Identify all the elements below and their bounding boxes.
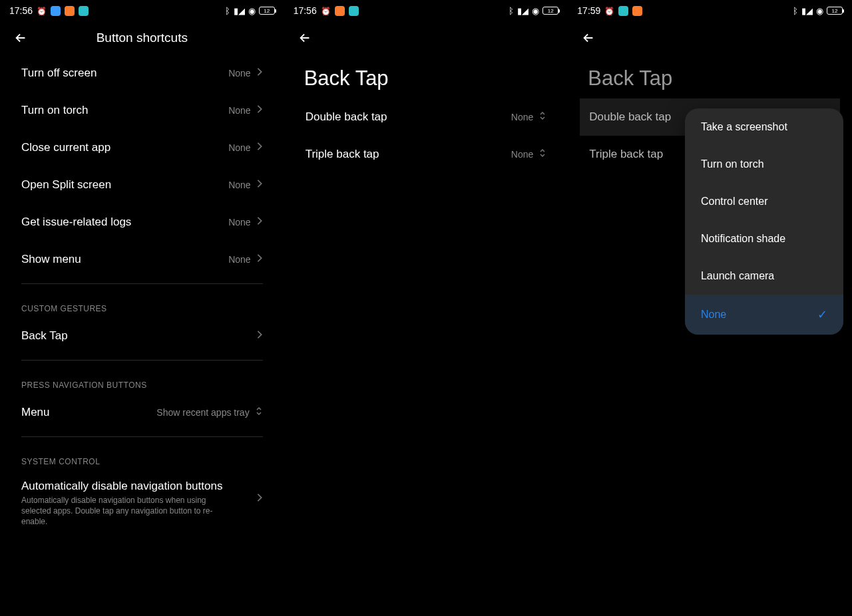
header [284,21,568,55]
status-time: 17:56 [294,5,317,16]
row-value: None [511,112,533,122]
status-left: 17:59 [577,5,642,16]
battery-icon: 12 [827,7,843,15]
screen-back-tap: 17:56 ▮◢ ◉ 12 Back Tap Double back tap N… [284,0,568,616]
alarm-icon [37,6,47,16]
app-icon-2 [349,6,359,16]
row-show-menu[interactable]: Show menu None [12,241,272,278]
popup-option-none[interactable]: None ✓ [685,295,843,335]
status-bar: 17:56 ▮◢ ◉ 12 [0,0,284,21]
row-label: Open Split screen [21,178,111,192]
wifi-icon: ◉ [248,6,256,16]
back-button[interactable] [580,29,597,47]
content: Double back tap None Triple back tap Non… [284,98,568,173]
row-label: Back Tap [21,329,68,343]
row-value: None [228,217,250,228]
app-icon-1 [618,6,628,16]
option-label: Control center [701,196,768,208]
row-close-current-app[interactable]: Close current app None [12,129,272,166]
status-bar: 17:59 ▮◢ ◉ 12 [568,0,852,21]
app-icon-3 [79,6,89,16]
screen-back-tap-popup: 17:59 ▮◢ ◉ 12 Back Tap Double back tap T… [568,0,852,616]
header [568,21,852,55]
row-value: None [228,180,250,190]
chevron-right-icon [256,216,263,228]
bluetooth-icon [793,6,798,16]
popup-option-screenshot[interactable]: Take a screenshot [685,108,843,146]
row-triple-back-tap[interactable]: Triple back tap None [296,136,556,173]
divider [21,283,263,284]
row-subtitle: Automatically disable navigation buttons… [21,495,221,528]
wifi-icon: ◉ [532,6,539,16]
section-press-nav: PRESS NAVIGATION BUTTONS [12,366,272,394]
row-label: Show menu [21,253,81,266]
popup-option-launch-camera[interactable]: Launch camera [685,257,843,295]
section-system-control: SYSTEM CONTROL [12,442,272,470]
row-label: Automatically disable navigation buttons [21,480,222,493]
row-label: Triple back tap [306,148,379,161]
divider [21,360,263,361]
row-back-tap[interactable]: Back Tap [12,317,272,355]
row-label: Double back tap [306,110,387,124]
chevron-right-icon [256,179,263,191]
row-get-logs[interactable]: Get issue-related logs None [12,204,272,241]
row-value: None [511,149,533,160]
option-label: Notification shade [701,233,785,245]
chevron-right-icon [256,67,263,79]
status-time: 17:59 [577,5,600,16]
row-value: None [228,105,250,116]
row-auto-disable-nav[interactable]: Automatically disable navigation buttons… [12,470,272,537]
row-value: None [228,142,250,153]
chevron-right-icon [256,104,263,116]
status-left: 17:56 [294,5,359,16]
battery-icon: 12 [259,7,275,15]
popup-option-notification-shade[interactable]: Notification shade [685,220,843,257]
signal-icon: ▮◢ [234,6,245,16]
screen-button-shortcuts: 17:56 ▮◢ ◉ 12 Button shortcuts Turn off … [0,0,284,616]
row-label: Get issue-related logs [21,216,131,229]
chevron-right-icon [256,493,263,505]
chevron-right-icon [256,142,263,154]
section-custom-gestures: CUSTOM GESTURES [12,289,272,317]
chevron-right-icon [256,330,263,342]
row-value: Show recent apps tray [156,407,249,418]
status-left: 17:56 [9,5,89,16]
option-label: Take a screenshot [701,121,787,133]
popup-option-torch[interactable]: Turn on torch [685,146,843,183]
row-menu[interactable]: Menu Show recent apps tray [12,394,272,431]
content: Turn off screen None Turn on torch None … [0,55,284,537]
status-bar: 17:56 ▮◢ ◉ 12 [284,0,568,21]
signal-icon: ▮◢ [801,6,813,16]
back-button[interactable] [296,29,314,47]
row-label: Close current app [21,141,110,154]
option-label: None [701,309,726,321]
row-turn-off-screen[interactable]: Turn off screen None [12,55,272,92]
row-label: Turn on torch [21,104,88,117]
updown-icon [538,148,546,161]
updown-icon [538,110,546,124]
app-icon-1 [335,6,345,16]
alarm-icon [604,6,614,16]
app-icon-2 [632,6,642,16]
alarm-icon [321,6,331,16]
battery-icon: 12 [542,7,558,15]
status-right: ▮◢ ◉ 12 [225,6,275,16]
page-title: Back Tap [284,55,568,98]
popup-option-control-center[interactable]: Control center [685,183,843,220]
status-right: ▮◢ ◉ 12 [509,6,558,16]
divider [21,436,263,437]
option-label: Turn on torch [701,158,764,170]
row-label: Double back tap [589,110,671,124]
row-open-split-screen[interactable]: Open Split screen None [12,166,272,204]
row-value: None [228,68,250,78]
row-turn-on-torch[interactable]: Turn on torch None [12,92,272,129]
row-double-back-tap[interactable]: Double back tap None [296,98,556,136]
bluetooth-icon [509,6,514,16]
row-label: Turn off screen [21,67,97,80]
header: Button shortcuts [0,21,284,55]
bluetooth-icon [225,6,230,16]
back-button[interactable] [12,29,29,47]
row-label: Triple back tap [589,148,663,161]
app-icon-2 [65,6,75,16]
signal-icon: ▮◢ [517,6,529,16]
